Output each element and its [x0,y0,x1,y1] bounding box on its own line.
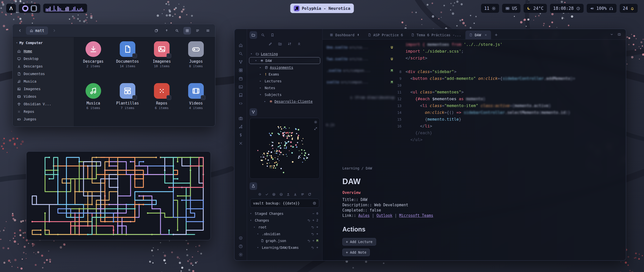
undo-icon[interactable] [307,239,310,242]
sidebar-item-desktop[interactable]: Desktop [13,55,74,62]
close-tab-icon[interactable] [484,33,487,37]
undo-icon[interactable] [311,246,314,249]
git-row-staged-changes[interactable]: ▾Staged Changes−0 [249,210,320,217]
tab-list-button[interactable] [610,33,613,37]
ribbon-grid-button[interactable] [238,68,244,73]
sidebar-item-imagenes[interactable]: Imagenes [13,85,74,93]
git-list-button[interactable] [301,193,304,197]
weather-widget[interactable]: 24°C [523,4,547,13]
clock-widget[interactable]: 18:08:28 [550,4,584,13]
ribbon-code-button[interactable] [238,101,244,106]
stage-icon[interactable]: + [312,239,314,243]
up-button[interactable] [163,27,170,35]
panel-tab-search[interactable] [259,31,267,39]
git-row-graph-json[interactable]: graph.json+M [249,237,320,244]
new-tab-button[interactable] [492,30,501,39]
ribbon-gear-button[interactable] [238,252,244,257]
notes-icon[interactable] [31,5,37,12]
sidebar-item-musica[interactable]: Musica [13,78,74,85]
panel-tab-bookmark[interactable] [269,31,276,39]
tab-daw[interactable]: DAW [465,30,491,39]
panel-tab-folder[interactable] [250,31,257,39]
tab-tema-6-pr-cticas[interactable]: Tema 6 Prácticas -... [407,30,465,39]
quick-toggle-widget[interactable] [19,4,41,13]
folder-item-descargas[interactable]: Descargas2 items [76,41,110,79]
stage-icon[interactable]: + [316,246,318,249]
sidebar-item-home[interactable]: Home [13,47,74,55]
chevron-down-icon[interactable]: ▾ [16,42,18,44]
updates-widget[interactable]: 11 [481,4,499,13]
note-link-microsoft-teams[interactable]: Microsoft Teams [399,213,433,218]
split-editor-button[interactable] [618,33,621,37]
git-upload-button[interactable] [287,193,290,197]
notifications-widget[interactable]: 24 [619,4,638,13]
folder-item-plantillas[interactable]: Plantillas7 items [110,83,145,121]
volume-widget[interactable]: 100% [586,4,617,13]
folder-item-musica[interactable]: Musica6 items [76,83,110,121]
stage-icon[interactable]: + [316,225,318,229]
sidebar-item-descargas[interactable]: Descargas [13,62,74,70]
stage-icon[interactable]: + [312,218,314,222]
tab-asp-practice-6[interactable]: ASP Practice 6 [364,30,407,39]
ribbon-network-button[interactable] [238,124,244,129]
git-check-button[interactable] [265,193,268,197]
ribbon-help-button[interactable] [238,244,244,249]
sidebar-item-juegos[interactable]: Juegos [13,115,74,123]
editor-area[interactable]: One.sveltesrc/co...UTwo.sveltesrc/co...U… [323,40,626,260]
git-refresh-button[interactable] [308,193,311,197]
tabs-button[interactable] [152,27,160,35]
graph-expand-button[interactable] [314,127,317,131]
git-row-root[interactable]: ▾root+ [249,224,320,230]
sidebar-item-videos[interactable]: Videos [13,93,74,100]
sidebar-item-obsidian-v[interactable]: Obsidian V... [13,100,74,108]
tree-item-subjects[interactable]: ▾Subjects [249,91,320,98]
sidebar-item-repos[interactable]: Repos [13,108,74,115]
tree-item-desarrollo-cliente[interactable]: ▸Desarrollo-Cliente [249,98,320,105]
tree-item-learning[interactable]: ▾Learning [249,50,320,57]
folder-item-repos[interactable]: Repos6 items [145,83,179,121]
folder-item-juegos[interactable]: Juegos8 items [179,41,213,79]
undo-icon[interactable] [311,232,314,235]
ribbon-fork-button[interactable] [238,60,244,64]
clear-icon[interactable] [313,201,316,205]
back-button[interactable] [16,27,24,35]
search-button[interactable] [173,27,181,35]
ribbon-close-button[interactable] [238,141,244,146]
sidebar-item-documentos[interactable]: Documentos [13,70,74,78]
stage-icon[interactable]: + [316,232,318,236]
folder-item-documentos[interactable]: Documentos14 items [110,41,145,79]
git-minusc-button[interactable] [279,193,283,197]
ribbon-camera-button[interactable] [238,116,244,121]
tree-item-lectures[interactable]: ▸Lectures [249,78,320,84]
undo-icon[interactable] [307,219,310,222]
note-link-outlook[interactable]: Outlook [376,213,392,218]
breadcrumb[interactable]: matt [26,26,48,35]
git-pane-tab[interactable] [250,182,257,190]
note-link-aules[interactable]: Aules [358,213,370,218]
folder-item-videos[interactable]: Videos4 items [179,83,213,121]
menu-button[interactable] [204,27,212,35]
keyboard-layout-widget[interactable]: US [502,4,520,13]
graph-pane-tab[interactable] [250,108,257,116]
git-row-learning-daw-exams[interactable]: ▾Learning/DAW/Exams+ [249,244,320,251]
grid-button[interactable] [183,27,191,35]
ribbon-calendar-button[interactable] [238,76,244,81]
power-icon[interactable] [22,5,28,12]
git-download-button[interactable] [294,193,297,197]
git-plusc-button[interactable] [272,193,275,197]
commit-message-input[interactable] [253,201,311,205]
list-button[interactable] [194,27,201,35]
git-row-changes[interactable]: ▾Changes+2 [249,217,320,224]
now-playing-widget[interactable]: Polyphia - Neurotica [290,4,354,13]
git-row-obsidian[interactable]: ▾.obsidian+ [249,230,320,237]
sort-button[interactable] [288,42,292,47]
pencil-button[interactable] [268,42,272,47]
forward-button[interactable] [50,27,58,35]
git-record-button[interactable] [258,193,261,197]
tree-item-notes[interactable]: ▸Notes [249,84,320,91]
ribbon-terminal-button[interactable] [238,85,244,89]
folder-item-imagenes[interactable]: Imagenes10 items [145,41,179,79]
graph-view-panel[interactable] [250,118,320,179]
undo-icon[interactable] [311,226,314,229]
ribbon-record-button[interactable] [238,236,244,240]
